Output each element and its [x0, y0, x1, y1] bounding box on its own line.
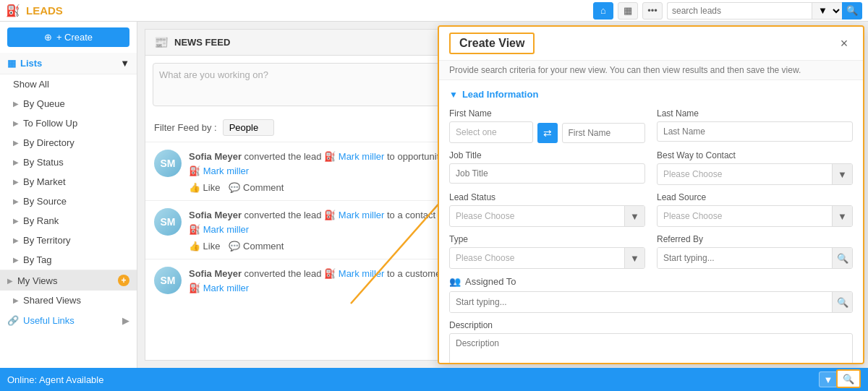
- useful-links-label: Useful Links: [23, 315, 75, 326]
- filter-dropdown[interactable]: People All: [223, 119, 274, 136]
- referred-by-search-btn[interactable]: 🔍: [832, 248, 852, 268]
- panel-title: Create View: [449, 33, 535, 54]
- last-name-label: Last Name: [657, 108, 853, 119]
- create-button[interactable]: ⊕ + Create: [7, 27, 129, 47]
- sidebar-item-by-queue[interactable]: ▶ By Queue: [0, 94, 137, 113]
- lists-header[interactable]: ▦ Lists ▼: [0, 53, 137, 74]
- like-button[interactable]: 👍 Like: [189, 241, 220, 252]
- shared-views-item[interactable]: ▶ Shared Views: [0, 291, 137, 310]
- lead-status-select[interactable]: Please Choose ▼: [449, 205, 645, 227]
- home-button[interactable]: ⌂: [593, 2, 613, 20]
- first-name-input[interactable]: [562, 123, 646, 143]
- top-bar-right: ⌂ ▦ ••• ▼ 🔍: [593, 2, 862, 20]
- lead-status-dropdown-btn[interactable]: ▼: [624, 206, 644, 226]
- arrow-icon: ▶: [13, 217, 19, 225]
- link-icon: 🔗: [7, 315, 19, 326]
- first-name-select[interactable]: Select one: [449, 121, 533, 143]
- mark-miller-link[interactable]: Mark miller: [203, 283, 250, 293]
- sidebar-item-by-rank[interactable]: ▶ By Rank: [0, 211, 137, 231]
- last-name-group: Last Name: [657, 108, 853, 143]
- my-views-label: My Views: [17, 275, 57, 286]
- referred-by-input[interactable]: [658, 248, 832, 268]
- referred-by-search[interactable]: 🔍: [657, 247, 853, 269]
- arrow-icon: ▶: [13, 100, 19, 108]
- plus-icon: ⊕: [44, 32, 52, 43]
- top-bar-left: ⛽ LEADS: [6, 4, 63, 17]
- add-my-view-icon[interactable]: +: [118, 275, 129, 286]
- sidebar-item-show-all[interactable]: Show All: [0, 74, 137, 94]
- best-way-label: Best Way to Contact: [657, 150, 853, 160]
- sidebar-item-by-directory[interactable]: ▶ By Directory: [0, 133, 137, 152]
- create-label: + Create: [56, 32, 93, 43]
- chevron-right-icon: ▶: [122, 315, 129, 326]
- lead-link[interactable]: Mark miller: [339, 210, 385, 220]
- sidebar-item-by-status[interactable]: ▶ By Status: [0, 152, 137, 172]
- avatar: SM: [154, 150, 182, 177]
- type-select[interactable]: Please Choose ▼: [449, 247, 645, 269]
- arrow-icon: ▶: [13, 197, 19, 205]
- job-title-group: Job Title: [449, 150, 645, 185]
- lead-source-select[interactable]: Please Choose ▼: [657, 205, 853, 227]
- arrow-icon: ▶: [13, 296, 19, 304]
- search-dropdown[interactable]: ▼: [812, 2, 842, 20]
- lead-link[interactable]: Mark miller: [339, 268, 385, 279]
- panel-subtitle: Provide search criteria for your new vie…: [439, 61, 863, 80]
- chevron-icon: ▼: [449, 90, 458, 100]
- avatar: SM: [154, 267, 182, 294]
- panel-header: Create View ×: [439, 27, 863, 61]
- mark-miller-link[interactable]: Mark miller: [203, 224, 250, 235]
- bottom-bar: Online: Agent Available ▼ + 🔍: [0, 368, 868, 391]
- search-input[interactable]: [667, 2, 812, 20]
- assigned-to-search-btn[interactable]: 🔍: [832, 292, 852, 312]
- shared-views-label: Shared Views: [23, 295, 81, 306]
- lead-source-label: Lead Source: [657, 192, 853, 202]
- lead-status-label: Lead Status: [449, 192, 645, 202]
- lead-source-value: Please Choose: [658, 206, 832, 226]
- sidebar: ⊕ + Create ▦ Lists ▼ Show All ▶ By Queue…: [0, 22, 137, 368]
- best-way-select[interactable]: Please Choose ▼: [657, 163, 853, 185]
- sidebar-item-by-market[interactable]: ▶ By Market: [0, 172, 137, 192]
- close-button[interactable]: ×: [835, 35, 853, 52]
- lead-link[interactable]: Mark miller: [339, 151, 385, 162]
- chart-button[interactable]: ▦: [618, 2, 638, 20]
- bottom-search-button[interactable]: 🔍: [836, 369, 861, 388]
- type-value: Please Choose: [450, 248, 624, 268]
- arrow-icon: ▶: [13, 236, 19, 244]
- lead-source-dropdown-btn[interactable]: ▼: [832, 206, 852, 226]
- create-view-panel: Create View × Provide search criteria fo…: [438, 25, 864, 364]
- mark-miller-link[interactable]: Mark miller: [203, 166, 250, 176]
- type-dropdown-btn[interactable]: ▼: [624, 248, 644, 268]
- arrow-icon: ▶: [13, 119, 19, 127]
- bottom-down-button[interactable]: ▼: [819, 371, 838, 387]
- more-button[interactable]: •••: [642, 2, 663, 20]
- my-views-item[interactable]: ▶ My Views +: [0, 270, 137, 291]
- useful-links-item[interactable]: 🔗 Useful Links ▶: [0, 310, 137, 331]
- best-way-value: Please Choose: [658, 164, 832, 184]
- sidebar-item-by-tag[interactable]: ▶ By Tag: [0, 250, 137, 270]
- arrow-icon: ▶: [13, 158, 19, 166]
- last-name-input[interactable]: [657, 121, 853, 142]
- search-submit-button[interactable]: 🔍: [842, 2, 862, 20]
- lists-section-label: ▦ Lists: [7, 58, 42, 69]
- comment-button[interactable]: 💬 Comment: [229, 241, 284, 252]
- description-label: Description: [449, 320, 853, 330]
- people-icon: 👥: [449, 276, 461, 287]
- sidebar-item-by-source[interactable]: ▶ By Source: [0, 192, 137, 211]
- status-text: Online: Agent Available: [7, 374, 103, 385]
- like-button[interactable]: 👍 Like: [189, 182, 220, 193]
- description-input[interactable]: [449, 333, 853, 364]
- avatar: SM: [154, 208, 182, 236]
- assigned-to-input[interactable]: [450, 292, 832, 312]
- assigned-to-search[interactable]: 🔍: [449, 291, 853, 313]
- sidebar-item-by-territory[interactable]: ▶ By Territory: [0, 231, 137, 250]
- job-title-input[interactable]: [449, 163, 645, 184]
- sidebar-item-to-follow-up[interactable]: ▶ To Follow Up: [0, 113, 137, 133]
- best-way-dropdown-btn[interactable]: ▼: [832, 164, 852, 184]
- panel-body: ▼ Lead Information First Name Select one…: [439, 80, 863, 364]
- name-toggle-button[interactable]: ⇄: [537, 123, 558, 143]
- description-group: Description: [449, 320, 853, 364]
- app-title: LEADS: [26, 4, 63, 17]
- comment-button[interactable]: 💬 Comment: [229, 182, 284, 193]
- funnel-icon: ⛽: [6, 4, 20, 17]
- news-icon: 📰: [154, 35, 169, 49]
